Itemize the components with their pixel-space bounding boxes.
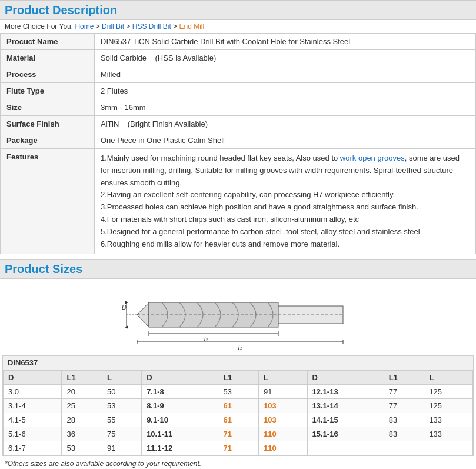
breadcrumb-hss-drill-bit[interactable]: HSS Drill Bit bbox=[132, 22, 171, 31]
cell-d3: 14.1-15 bbox=[307, 413, 384, 427]
field-label: Process bbox=[1, 66, 95, 83]
table-row: Flute Type 2 Flutes bbox=[1, 83, 476, 99]
cell-d2: 8.1-9 bbox=[142, 399, 218, 413]
cell-l-3 bbox=[424, 441, 473, 455]
cell-d1: 6.1-7 bbox=[4, 441, 62, 455]
svg-text:l₁: l₁ bbox=[238, 344, 241, 350]
cell-d2: 10.1-11 bbox=[142, 427, 218, 441]
table-row: 3.1-4 25 53 8.1-9 61 103 13.1-14 77 125 bbox=[4, 399, 473, 413]
field-value: Solid Carbide (HSS is Available) bbox=[95, 50, 476, 66]
feature-item: 6.Roughing end mills allow for heavier c… bbox=[101, 238, 470, 251]
field-value: 3mm - 16mm bbox=[95, 99, 476, 116]
col-header-l-3: L bbox=[424, 371, 473, 385]
feature-item: 4.For materials with short chips such as… bbox=[101, 214, 470, 226]
svg-text:D: D bbox=[122, 304, 127, 311]
cell-d3: 12.1-13 bbox=[307, 385, 384, 399]
footnote: *Others sizes are also available accordi… bbox=[0, 456, 476, 469]
col-header-l-2: L bbox=[259, 371, 308, 385]
col-header-l1-1: L1 bbox=[62, 371, 102, 385]
table-row-features: Features 1.Mainly used for machining rou… bbox=[1, 149, 476, 254]
cell-l-3: 133 bbox=[424, 427, 473, 441]
cell-l1-2: 71 bbox=[218, 427, 259, 441]
svg-text:l₂: l₂ bbox=[204, 335, 208, 342]
table-row: Material Solid Carbide (HSS is Available… bbox=[1, 50, 476, 66]
table-row: Package One Piece in One Plastic Calm Sh… bbox=[1, 132, 476, 149]
cell-l1-3: 83 bbox=[384, 413, 424, 427]
sizes-table-wrapper: DIN6537 D L1 L D L1 L D L1 L 3.0 20 bbox=[2, 355, 474, 456]
cell-l-2: 110 bbox=[259, 427, 308, 441]
table-row: Process Milled bbox=[1, 66, 476, 83]
col-header-l-1: L bbox=[102, 371, 142, 385]
col-header-l1-3: L1 bbox=[384, 371, 424, 385]
cell-d2: 11.1-12 bbox=[142, 441, 218, 455]
feature-item: 5.Designed for a general performance to … bbox=[101, 226, 470, 238]
cell-d2: 9.1-10 bbox=[142, 413, 218, 427]
cell-l-2: 110 bbox=[259, 441, 308, 455]
col-header-d1: D bbox=[4, 371, 62, 385]
cell-l1-3: 77 bbox=[384, 385, 424, 399]
table-row: 4.1-5 28 55 9.1-10 61 103 14.1-15 83 133 bbox=[4, 413, 473, 427]
cell-l1: 28 bbox=[62, 413, 102, 427]
cell-l-2: 91 bbox=[259, 385, 308, 399]
breadcrumb-home[interactable]: Home bbox=[75, 22, 94, 31]
drill-diagram-svg: D l₂ bbox=[115, 285, 362, 350]
cell-l-2: 103 bbox=[259, 399, 308, 413]
breadcrumb-drill-bit[interactable]: Drill Bit bbox=[102, 22, 124, 31]
cell-l1-3 bbox=[384, 441, 424, 455]
cell-l: 55 bbox=[102, 413, 142, 427]
cell-l1: 36 bbox=[62, 427, 102, 441]
breadcrumb-label: More Choice For You: bbox=[5, 22, 73, 31]
cell-d2: 7.1-8 bbox=[142, 385, 218, 399]
cell-l: 53 bbox=[102, 399, 142, 413]
field-label: Procuct Name bbox=[1, 34, 95, 50]
cell-l-3: 133 bbox=[424, 413, 473, 427]
table-row: Size 3mm - 16mm bbox=[1, 99, 476, 116]
product-sizes-title: Product Sizes bbox=[0, 259, 476, 279]
sizes-table: D L1 L D L1 L D L1 L 3.0 20 50 7.1-8 5 bbox=[3, 370, 473, 455]
field-value: DIN6537 TiCN Solid Carbide Drill Bit wit… bbox=[95, 34, 476, 50]
cell-l: 91 bbox=[102, 441, 142, 455]
din-label: DIN6537 bbox=[3, 356, 473, 370]
cell-d3 bbox=[307, 441, 384, 455]
table-row: 3.0 20 50 7.1-8 53 91 12.1-13 77 125 bbox=[4, 385, 473, 399]
cell-l1-3: 77 bbox=[384, 399, 424, 413]
drill-diagram-area: D l₂ bbox=[0, 279, 476, 355]
cell-l1-2: 61 bbox=[218, 399, 259, 413]
cell-l-2: 103 bbox=[259, 413, 308, 427]
features-list: 1.Mainly used for machining round headed… bbox=[101, 152, 470, 250]
cell-d1: 3.1-4 bbox=[4, 399, 62, 413]
feature-item: 2.Having an excellent self-centering cap… bbox=[101, 189, 470, 201]
features-label: Features bbox=[1, 149, 95, 254]
feature-item: 3.Processed holes can achieve high posit… bbox=[101, 201, 470, 214]
table-row: Procuct Name DIN6537 TiCN Solid Carbide … bbox=[1, 34, 476, 50]
table-header-row: D L1 L D L1 L D L1 L bbox=[4, 371, 473, 385]
field-label: Flute Type bbox=[1, 83, 95, 99]
product-sizes-section: Product Sizes D bbox=[0, 259, 476, 469]
cell-d3: 13.1-14 bbox=[307, 399, 384, 413]
product-description-title: Product Description bbox=[0, 0, 476, 20]
cell-d1: 5.1-6 bbox=[4, 427, 62, 441]
cell-l-3: 125 bbox=[424, 399, 473, 413]
field-value: 2 Flutes bbox=[95, 83, 476, 99]
cell-l: 75 bbox=[102, 427, 142, 441]
cell-l1-2: 53 bbox=[218, 385, 259, 399]
cell-d1: 3.0 bbox=[4, 385, 62, 399]
field-value: One Piece in One Plastic Calm Shell bbox=[95, 132, 476, 149]
breadcrumb-end-mill: End Mill bbox=[179, 22, 205, 31]
cell-l1: 20 bbox=[62, 385, 102, 399]
cell-d3: 15.1-16 bbox=[307, 427, 384, 441]
field-value: AlTiN (Bright Finish Available) bbox=[95, 116, 476, 132]
field-label: Material bbox=[1, 50, 95, 66]
cell-l1-2: 71 bbox=[218, 441, 259, 455]
cell-l1-2: 61 bbox=[218, 413, 259, 427]
col-header-d3: D bbox=[307, 371, 384, 385]
col-header-l1-2: L1 bbox=[218, 371, 259, 385]
product-info-table: Procuct Name DIN6537 TiCN Solid Carbide … bbox=[0, 33, 476, 254]
field-value: Milled bbox=[95, 66, 476, 83]
product-description-section: Product Description More Choice For You:… bbox=[0, 0, 476, 254]
feature-item: 1.Mainly used for machining round headed… bbox=[101, 152, 470, 189]
cell-l1: 53 bbox=[62, 441, 102, 455]
cell-l: 50 bbox=[102, 385, 142, 399]
cell-l-3: 125 bbox=[424, 385, 473, 399]
field-label: Package bbox=[1, 132, 95, 149]
